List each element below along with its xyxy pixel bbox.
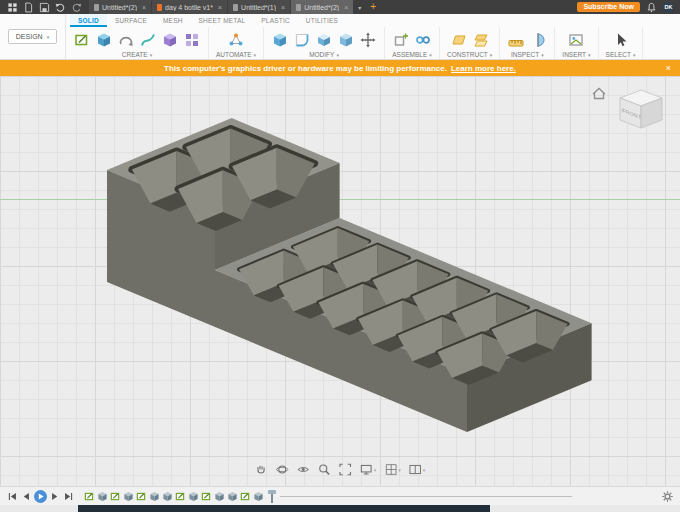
section-icon[interactable]	[529, 31, 547, 49]
extrude-feature-icon[interactable]	[226, 490, 238, 502]
sketch-feature-icon[interactable]	[83, 490, 95, 502]
ribbon-tab-sheet-metal[interactable]: SHEET METAL	[191, 14, 254, 27]
ribbon-group-label[interactable]: INSPECT▾	[511, 51, 544, 58]
pan-icon[interactable]	[255, 463, 268, 476]
workspace-switcher: DESIGN ▾	[0, 14, 66, 59]
extrude-feature-icon[interactable]	[148, 490, 160, 502]
close-tab-icon[interactable]: ×	[142, 4, 146, 11]
app-grid-icon[interactable]	[7, 2, 18, 13]
grid-settings-icon[interactable]: ▾	[384, 463, 401, 476]
look-at-icon[interactable]	[297, 463, 310, 476]
3d-viewport[interactable]: FRONT ▾▾▾	[0, 76, 680, 486]
extrude-feature-icon[interactable]	[161, 490, 173, 502]
orbit-icon[interactable]	[276, 463, 289, 476]
sketch-icon[interactable]	[73, 31, 91, 49]
extrude-feature-icon[interactable]	[96, 490, 108, 502]
decal-icon[interactable]	[567, 31, 585, 49]
gear-icon[interactable]	[661, 490, 674, 503]
file-icon[interactable]	[23, 2, 34, 13]
ribbon-group-icons	[450, 29, 490, 51]
sweep-icon[interactable]	[139, 31, 157, 49]
ribbon-tab-plastic[interactable]: PLASTIC	[253, 14, 298, 27]
undo-icon[interactable]	[55, 2, 66, 13]
chevron-down-icon: ▾	[47, 34, 50, 40]
extrude-feature-icon[interactable]	[252, 490, 264, 502]
press-pull-icon[interactable]	[271, 31, 289, 49]
performance-warning-banner: This computer's graphics driver or hardw…	[0, 60, 680, 76]
measure-icon[interactable]	[507, 31, 525, 49]
ribbon-group-label-text: CREATE	[122, 51, 148, 58]
home-icon[interactable]	[593, 89, 605, 99]
sketch-feature-icon[interactable]	[239, 490, 251, 502]
automate-icon[interactable]	[227, 31, 245, 49]
skip-end-icon[interactable]	[62, 490, 75, 503]
fillet-icon[interactable]	[293, 31, 311, 49]
close-icon[interactable]: ×	[666, 60, 671, 76]
banner-learn-more-link[interactable]: Learn more here.	[451, 64, 516, 73]
document-icon	[233, 4, 238, 11]
view-cube[interactable]: FRONT	[588, 84, 672, 146]
sketch-feature-icon[interactable]	[109, 490, 121, 502]
banner-message: This computer's graphics driver or hardw…	[164, 64, 447, 73]
ribbon-group-label[interactable]: MODIFY▾	[309, 51, 339, 58]
document-tab[interactable]: day 4 botlle v1*×	[152, 0, 227, 14]
revolve-icon[interactable]	[117, 31, 135, 49]
ribbon-group-label-text: INSPECT	[511, 51, 539, 58]
component-icon[interactable]	[392, 31, 410, 49]
extrude-feature-icon[interactable]	[187, 490, 199, 502]
avatar[interactable]: DK	[663, 2, 674, 13]
fit-icon[interactable]	[339, 463, 352, 476]
save-icon[interactable]	[39, 2, 50, 13]
close-tab-icon[interactable]: ×	[344, 4, 348, 11]
redo-icon[interactable]	[71, 2, 82, 13]
subscribe-button[interactable]: Subscribe Now	[577, 2, 640, 12]
plane-icon[interactable]	[450, 31, 468, 49]
bell-icon[interactable]	[646, 2, 657, 13]
step-back-icon[interactable]	[20, 490, 33, 503]
extrude-icon[interactable]	[95, 31, 113, 49]
design-workspace-button[interactable]: DESIGN ▾	[8, 29, 57, 44]
ribbon-groups: CREATE▾AUTOMATE▾MODIFY▾ASSEMBLE▾CONSTRUC…	[66, 27, 680, 59]
display-settings-icon[interactable]: ▾	[360, 463, 377, 476]
new-tab-button[interactable]: +	[365, 0, 381, 14]
close-tab-icon[interactable]: ×	[281, 4, 285, 11]
ribbon-group-label[interactable]: SELECT▾	[606, 51, 636, 58]
document-tab[interactable]: Untitled*(2)×	[291, 0, 353, 14]
ribbon-group-label[interactable]: ASSEMBLE▾	[392, 51, 432, 58]
ribbon-group-label[interactable]: AUTOMATE▾	[216, 51, 256, 58]
move-icon[interactable]	[359, 31, 377, 49]
extrude-feature-icon[interactable]	[213, 490, 225, 502]
ribbon-tab-solid[interactable]: SOLID	[70, 14, 107, 27]
document-tab[interactable]: Untitled*(2)×	[89, 0, 151, 14]
document-tabs: Untitled*(2)×day 4 botlle v1*×Untitled*(…	[89, 0, 354, 14]
ribbon-group-icons	[271, 29, 377, 51]
offset-plane-icon[interactable]	[472, 31, 490, 49]
ribbon-group-label[interactable]: CONSTRUCT▾	[447, 51, 492, 58]
close-tab-icon[interactable]: ×	[218, 4, 222, 11]
play-icon[interactable]	[34, 490, 47, 503]
ribbon-tab-mesh[interactable]: MESH	[155, 14, 191, 27]
skip-start-icon[interactable]	[6, 490, 19, 503]
sketch-feature-icon[interactable]	[135, 490, 147, 502]
pattern-icon[interactable]	[183, 31, 201, 49]
ribbon-group-label[interactable]: CREATE▾	[122, 51, 152, 58]
viewports-icon[interactable]: ▾	[409, 463, 426, 476]
3d-model-canvas[interactable]	[0, 76, 680, 486]
extrude-feature-icon[interactable]	[122, 490, 134, 502]
timeline-marker[interactable]	[268, 490, 276, 503]
ribbon-group-label[interactable]: INSERT▾	[562, 51, 590, 58]
sketch-feature-icon[interactable]	[200, 490, 212, 502]
timeline-bar	[0, 486, 680, 505]
ribbon-tab-utilities[interactable]: UTILITIES	[298, 14, 346, 27]
ribbon-tab-surface[interactable]: SURFACE	[107, 14, 155, 27]
step-forward-icon[interactable]	[48, 490, 61, 503]
shell-icon[interactable]	[315, 31, 333, 49]
document-tab[interactable]: Untitled*(1)×	[228, 0, 290, 14]
select-icon[interactable]	[612, 31, 630, 49]
zoom-icon[interactable]	[318, 463, 331, 476]
loft-icon[interactable]	[161, 31, 179, 49]
combine-icon[interactable]	[337, 31, 355, 49]
sketch-feature-icon[interactable]	[174, 490, 186, 502]
tab-overflow-chevron-icon[interactable]: ▾	[354, 4, 365, 11]
joint-icon[interactable]	[414, 31, 432, 49]
